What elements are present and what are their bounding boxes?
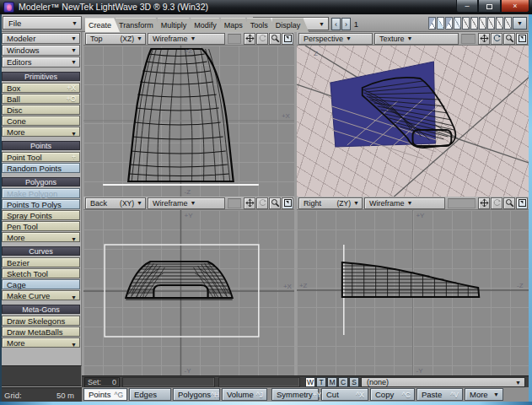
vmap-morph-button[interactable]: M [327, 377, 337, 387]
viewport-top-canvas[interactable]: +Z -Z +X [83, 46, 294, 197]
mode-volume-button[interactable]: Volume^J [222, 388, 267, 401]
set-value: 0 [112, 378, 116, 386]
vmap-weight-button[interactable]: W [305, 377, 315, 387]
tab-create[interactable]: Create [85, 18, 120, 32]
layer-button[interactable] [479, 17, 486, 30]
view-type-dropdown[interactable]: Back (XY) ▼ [85, 197, 146, 209]
grid-label: Grid: [4, 391, 22, 400]
chevron-down-icon: ▼ [407, 35, 413, 41]
symmetry-button[interactable]: Symmetry+Y [271, 388, 319, 401]
tool-button-point-tool[interactable]: Point Tool+ [2, 152, 80, 162]
maximize-button[interactable] [478, 0, 501, 13]
minimize-button[interactable]: – [456, 0, 478, 13]
render-mode-dropdown[interactable]: Wireframe ▼ [364, 197, 445, 209]
close-button[interactable]: × [501, 0, 529, 13]
tool-label: Pen Tool [7, 222, 38, 231]
view-type-dropdown[interactable]: Top (XZ) ▼ [85, 33, 146, 45]
layer-button[interactable] [496, 17, 503, 30]
maximize-viewport-icon[interactable] [282, 197, 293, 209]
render-mode-dropdown[interactable]: Texture ▼ [374, 33, 459, 45]
tool-button-ball[interactable]: Ball+O [2, 94, 80, 104]
cut-button[interactable]: Cut^X [321, 388, 368, 401]
tool-label: Point Tool [7, 153, 42, 162]
copy-button[interactable]: Copy^C [370, 388, 415, 401]
vmap-selection-button[interactable]: S [349, 377, 359, 387]
zoom-icon[interactable] [503, 197, 515, 209]
tool-button-points-to-polys[interactable]: Points To Polys [2, 199, 80, 209]
mode-points-button[interactable]: Points^G [83, 388, 127, 401]
vmap-texture-button[interactable]: T [316, 377, 326, 387]
tool-button-cage[interactable]: Cage [2, 279, 80, 289]
layer-button[interactable] [454, 17, 461, 30]
tab-multiply[interactable]: Multiply [158, 18, 196, 32]
vmap-selector-dropdown[interactable]: (none) ▼ [361, 377, 525, 387]
layer-button[interactable] [487, 17, 495, 30]
tool-button-cone[interactable]: Cone [2, 116, 80, 126]
view-type-label: Back [90, 199, 107, 208]
layer-button[interactable] [428, 17, 436, 30]
vmap-color-button[interactable]: C [338, 377, 348, 387]
window-border-bottom [0, 402, 532, 405]
render-mode-dropdown[interactable]: Wireframe ▼ [148, 197, 225, 209]
axis-label: -Y [416, 367, 423, 375]
view-type-dropdown[interactable]: Perspective ▼ [298, 33, 373, 45]
tool-button-draw-metaballs[interactable]: Draw MetaBalls [2, 327, 80, 337]
layer-button[interactable] [437, 17, 444, 30]
tab-display[interactable]: Display [272, 18, 309, 32]
zoom-icon[interactable] [269, 197, 281, 209]
tool-button-box[interactable]: Box+X [2, 83, 80, 93]
layer-bank-prev-button[interactable]: ‹ [331, 18, 341, 30]
pan-icon[interactable] [244, 33, 255, 45]
tool-label: Bezier [7, 258, 30, 267]
maximize-viewport-icon[interactable] [516, 197, 528, 209]
tab-maps[interactable]: Maps [221, 18, 251, 32]
chevron-down-icon: ▼ [71, 35, 77, 41]
zoom-icon[interactable] [269, 33, 281, 45]
primitives-more-dropdown[interactable]: More▼ [2, 127, 80, 137]
pan-icon[interactable] [478, 33, 490, 45]
header-spacer [228, 198, 241, 208]
modeler-menu-dropdown[interactable]: Modeler▼ [2, 33, 80, 44]
windows-menu-dropdown[interactable]: Windows▼ [2, 45, 80, 56]
tool-button-pen-tool[interactable]: Pen Tool [2, 221, 80, 231]
rotate-icon[interactable] [491, 33, 502, 45]
make-curve-dropdown[interactable]: Make Curve▼ [2, 290, 80, 300]
meta-gons-more-dropdown[interactable]: More▼ [2, 338, 80, 348]
mode-polygons-button[interactable]: Polygons^H [173, 388, 220, 401]
render-mode-dropdown[interactable]: Wireframe ▼ [148, 33, 225, 45]
tool-label: Box [7, 84, 20, 93]
layer-bank-next-button[interactable]: › [341, 18, 351, 30]
view-type-dropdown[interactable]: Right (ZY) ▼ [298, 197, 363, 209]
layer-button[interactable] [470, 17, 478, 30]
editors-menu-dropdown[interactable]: Editors▼ [2, 57, 80, 68]
rotate-icon [491, 197, 502, 209]
maximize-viewport-icon[interactable] [282, 33, 293, 45]
layer-button[interactable] [462, 17, 470, 30]
rotate-icon [256, 197, 268, 209]
tab-modify[interactable]: Modify [191, 18, 225, 32]
bottom-more-dropdown[interactable]: More▼ [465, 388, 503, 401]
paste-button[interactable]: Paste^V [416, 388, 463, 401]
layer-options-dropdown[interactable]: ▼ [513, 17, 527, 30]
layer-button[interactable] [445, 17, 453, 30]
axis-label: -Y [184, 367, 191, 375]
tool-button-sketch-tool[interactable]: Sketch Tool [2, 268, 80, 278]
viewport-back-canvas[interactable]: +Y -Y +X [83, 210, 294, 375]
tool-label: Draw MetaBalls [7, 327, 63, 337]
viewport-perspective-canvas[interactable]: Z [297, 46, 529, 197]
file-menu-dropdown[interactable]: File ▼ [3, 16, 82, 30]
tool-button-random-points[interactable]: Random Points [2, 163, 80, 173]
zoom-icon[interactable] [503, 33, 515, 45]
tool-button-disc[interactable]: Disc [2, 105, 80, 115]
pan-icon[interactable] [478, 197, 490, 209]
tool-button-spray-points[interactable]: Spray Points [2, 210, 80, 220]
tool-button-draw-skelegons[interactable]: Draw Skelegons [2, 316, 80, 326]
tool-button-bezier[interactable]: Bezier [2, 257, 80, 267]
layer-button[interactable] [504, 17, 512, 30]
tab-transform[interactable]: Transform [116, 18, 162, 32]
pan-icon[interactable] [244, 197, 255, 209]
polygons-more-dropdown[interactable]: More▼ [2, 232, 80, 242]
viewport-right-canvas[interactable]: +Y -Y +Z -Z [297, 210, 529, 375]
mode-edges-button[interactable]: Edges [129, 388, 171, 401]
maximize-viewport-icon[interactable] [516, 33, 528, 45]
